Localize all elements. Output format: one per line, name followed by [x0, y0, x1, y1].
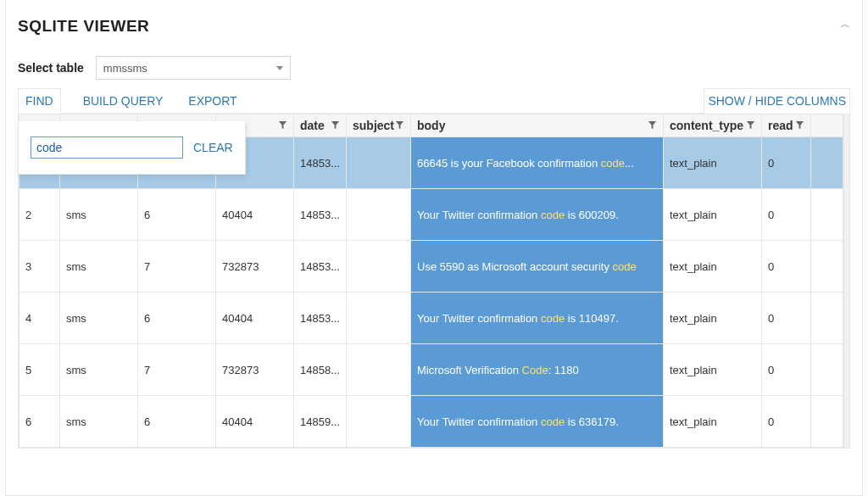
table-cell: 7	[138, 241, 216, 293]
find-input[interactable]	[31, 137, 183, 159]
collapse-icon[interactable]: ︿︿	[840, 25, 850, 27]
filter-icon[interactable]	[648, 119, 657, 132]
table-cell	[811, 189, 843, 241]
table-cell: text_plain	[664, 293, 762, 344]
table-cell: 40404	[216, 189, 294, 241]
filter-icon[interactable]	[278, 119, 287, 132]
table-cell: text_plain	[664, 189, 762, 241]
table-cell: 6	[19, 396, 60, 448]
table-cell	[347, 189, 411, 241]
sqlite-viewer-panel: SQLITE VIEWER ︿︿ Select table mmssms FIN…	[5, 0, 863, 496]
panel-title: SQLITE VIEWER	[18, 17, 149, 36]
table-cell	[811, 396, 843, 448]
table-cell: Your Twitter confirmation code is 600209…	[411, 189, 664, 241]
table-cell	[811, 344, 843, 396]
table-select-label: Select table	[18, 61, 84, 75]
table-cell	[811, 137, 843, 189]
table-cell: 0	[762, 137, 811, 189]
table-cell: sms	[60, 189, 138, 241]
table-cell	[347, 396, 411, 448]
table-cell: text_plain	[664, 396, 762, 448]
table-row[interactable]: 3sms773287314853...Use 5590 as Microsoft…	[19, 241, 843, 293]
chevron-down-icon	[276, 66, 283, 70]
table-cell	[347, 241, 411, 293]
table-cell: 0	[762, 344, 811, 396]
filter-icon[interactable]	[395, 119, 404, 132]
table-cell	[347, 293, 411, 344]
table-cell: Use 5590 as Microsoft account security c…	[411, 241, 664, 293]
table-cell: sms	[60, 241, 138, 293]
col-header-read[interactable]: read	[762, 114, 811, 137]
table-cell: 14859...	[294, 396, 347, 448]
table-select-row: Select table mmssms	[18, 56, 850, 80]
table-cell: 3	[19, 241, 60, 293]
table-cell: Your Twitter confirmation code is 636179…	[411, 396, 664, 448]
table-cell: Microsoft Verification Code: 1180	[411, 344, 664, 396]
table-row[interactable]: 2sms64040414853...Your Twitter confirmat…	[19, 189, 843, 241]
table-cell: 14858...	[294, 344, 347, 396]
table-row[interactable]: 4sms64040414853...Your Twitter confirmat…	[19, 293, 843, 344]
table-cell: 732873	[216, 241, 294, 293]
table-cell: 0	[762, 396, 811, 448]
col-header-body[interactable]: body	[411, 114, 664, 137]
col-header-content-type[interactable]: content_type	[664, 114, 762, 137]
tab-export[interactable]: EXPORT	[185, 89, 240, 113]
table-cell: 40404	[216, 396, 294, 448]
table-cell: 14853...	[294, 293, 347, 344]
table-cell	[811, 293, 843, 344]
find-popover: CLEAR	[18, 121, 246, 175]
col-header-date[interactable]: date	[294, 114, 347, 137]
table-cell: 14853...	[294, 241, 347, 293]
table-cell: sms	[60, 293, 138, 344]
table-row[interactable]: 6sms64040414859...Your Twitter confirmat…	[19, 396, 843, 448]
table-cell: 6	[138, 189, 216, 241]
table-cell: 66645 is your Facebook confirmation code…	[411, 137, 664, 189]
table-select[interactable]: mmssms	[96, 56, 291, 80]
toolbar-tabs: FIND BUILD QUERY EXPORT SHOW / HIDE COLU…	[18, 88, 850, 114]
table-cell: 0	[762, 241, 811, 293]
table-cell	[347, 137, 411, 189]
table-cell: 4	[19, 293, 60, 344]
table-cell: 2	[19, 189, 60, 241]
filter-icon[interactable]	[746, 119, 755, 132]
filter-icon[interactable]	[331, 119, 340, 132]
table-cell: 14853...	[294, 189, 347, 241]
table-cell: sms	[60, 396, 138, 448]
table-cell: 6	[138, 396, 216, 448]
table-cell: 14853...	[294, 137, 347, 189]
table-row[interactable]: 5sms773287314858...Microsoft Verificatio…	[19, 344, 843, 396]
table-cell	[347, 344, 411, 396]
table-cell: text_plain	[664, 241, 762, 293]
table-cell: text_plain	[664, 344, 762, 396]
table-cell: 5	[19, 344, 60, 396]
table-cell: Your Twitter confirmation code is 110497…	[411, 293, 664, 344]
scrollbar[interactable]	[843, 114, 849, 448]
table-body: 1sms55514853...66645 is your Facebook co…	[19, 137, 843, 448]
table-cell: text_plain	[664, 137, 762, 189]
table-cell: 7	[138, 344, 216, 396]
table-select-value: mmssms	[103, 62, 147, 75]
table-cell: 0	[762, 293, 811, 344]
table-cell: 732873	[216, 344, 294, 396]
show-hide-columns-button[interactable]: SHOW / HIDE COLUMNS	[704, 88, 850, 114]
col-header-subject[interactable]: subject	[347, 114, 411, 137]
col-header-spacer	[811, 114, 843, 137]
tab-build-query[interactable]: BUILD QUERY	[80, 89, 167, 113]
clear-button[interactable]: CLEAR	[193, 141, 233, 154]
table-cell: sms	[60, 344, 138, 396]
table-cell: 40404	[216, 293, 294, 344]
filter-icon[interactable]	[795, 119, 804, 132]
table-cell: 0	[762, 189, 811, 241]
tab-find[interactable]: FIND	[18, 88, 61, 114]
table-cell	[811, 241, 843, 293]
table-cell: 6	[138, 293, 216, 344]
panel-header: SQLITE VIEWER ︿︿	[18, 17, 850, 36]
